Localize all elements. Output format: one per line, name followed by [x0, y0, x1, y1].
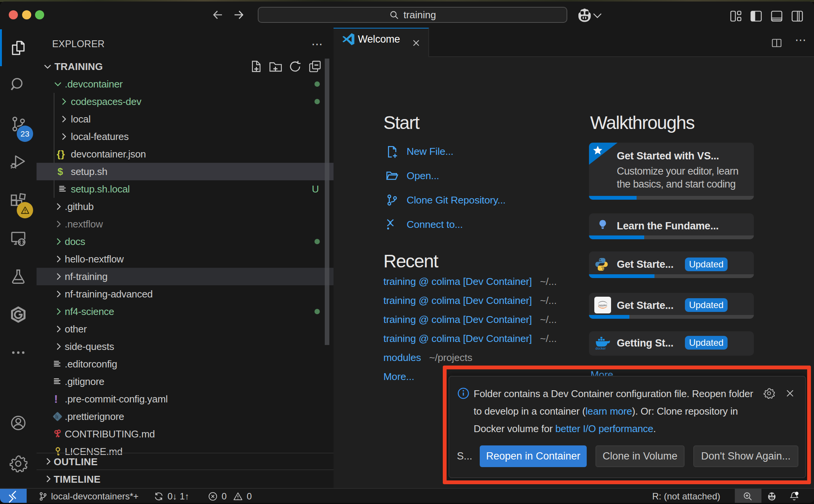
svg-text:jupyter: jupyter: [598, 304, 607, 307]
svg-text:docker: docker: [595, 347, 606, 350]
